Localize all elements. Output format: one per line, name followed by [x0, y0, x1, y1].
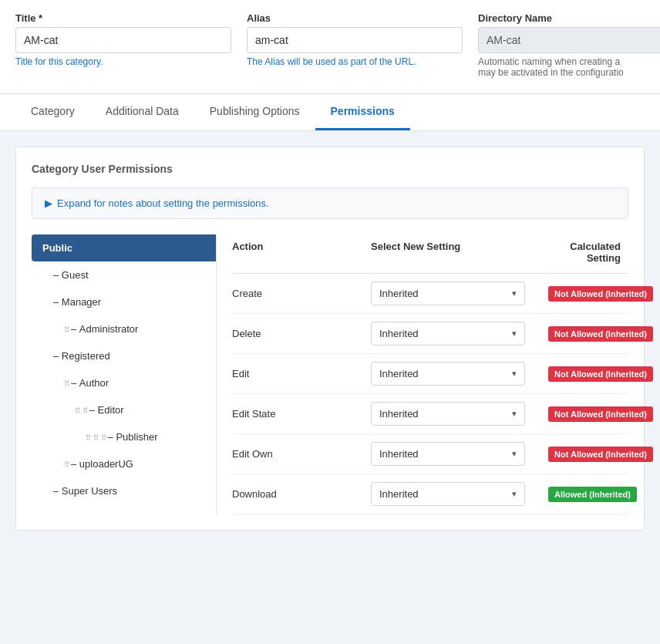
action-label-create: Create	[232, 288, 371, 299]
drag-handle-administrator: ⠿	[64, 325, 69, 334]
chevron-down-icon: ▾	[512, 449, 517, 459]
expand-note[interactable]: ▶ Expand for notes about setting the per…	[32, 187, 628, 219]
table-row: Edit Own Inherited ▾ Not Allowed (Inheri…	[232, 434, 628, 474]
group-item-administrator[interactable]: ⠿– Administrator	[32, 315, 216, 342]
calc-edit-state: Not Allowed (Inherited)	[548, 406, 658, 422]
badge-not-allowed: Not Allowed (Inherited)	[548, 447, 653, 462]
table-row: Create Inherited ▾ Not Allowed (Inherite…	[232, 274, 628, 314]
tabs-bar: Category Additional Data Publishing Opti…	[0, 94, 660, 131]
dropdown-edit-own-value: Inherited	[379, 448, 419, 460]
calc-edit: Not Allowed (Inherited)	[548, 366, 658, 382]
group-item-guest[interactable]: – Guest	[32, 261, 216, 288]
select-delete: Inherited ▾	[371, 322, 548, 346]
action-label-download: Download	[232, 488, 371, 500]
directory-label: Directory Name	[478, 12, 660, 24]
header-select: Select New Setting	[371, 241, 548, 264]
badge-not-allowed: Not Allowed (Inherited)	[548, 366, 653, 382]
expand-note-text: Expand for notes about setting the permi…	[57, 197, 269, 209]
dropdown-delete[interactable]: Inherited ▾	[371, 322, 525, 346]
directory-field-group: Directory Name Automatic naming when cre…	[478, 12, 660, 78]
group-item-publisher[interactable]: ⠿ ⠿ ⠿– Publisher	[32, 423, 216, 450]
expand-icon: ▶	[45, 197, 52, 209]
action-label-edit-state: Edit State	[232, 408, 371, 420]
badge-allowed: Allowed (Inherited)	[548, 487, 637, 502]
tab-additional-data[interactable]: Additional Data	[90, 94, 194, 130]
chevron-down-icon: ▾	[512, 489, 517, 499]
group-item-registered[interactable]: – Registered	[32, 342, 216, 369]
table-row: Download Inherited ▾ Allowed (Inherited)	[232, 474, 628, 514]
permissions-title: Category User Permissions	[32, 163, 628, 175]
select-edit-own: Inherited ▾	[371, 442, 548, 466]
action-label-edit: Edit	[232, 368, 371, 379]
directory-hint: Automatic naming when creating a may be …	[478, 56, 632, 78]
header-calculated: Calculated Setting	[548, 241, 628, 264]
table-row: Edit State Inherited ▾ Not Allowed (Inhe…	[232, 394, 628, 434]
user-groups-panel: Public – Guest – Manager ⠿– Administrato…	[32, 234, 217, 514]
chevron-down-icon: ▾	[512, 329, 517, 339]
table-header: Action Select New Setting Calculated Set…	[232, 234, 628, 274]
action-label-delete: Delete	[232, 328, 371, 339]
action-label-edit-own: Edit Own	[232, 448, 371, 460]
directory-input	[478, 27, 660, 53]
group-item-uploaderUG[interactable]: ⠿– uploaderUG	[32, 450, 216, 477]
group-item-public[interactable]: Public	[32, 234, 216, 261]
tab-publishing-options[interactable]: Publishing Options	[194, 94, 315, 130]
dropdown-download[interactable]: Inherited ▾	[371, 482, 525, 506]
select-download: Inherited ▾	[371, 482, 548, 506]
select-create: Inherited ▾	[371, 282, 548, 305]
permissions-box: Category User Permissions ▶ Expand for n…	[15, 147, 645, 531]
calc-download: Allowed (Inherited)	[548, 487, 641, 502]
permissions-layout: Public – Guest – Manager ⠿– Administrato…	[32, 234, 628, 514]
top-form: Title * Title for this category. Alias T…	[0, 0, 660, 94]
calc-create: Not Allowed (Inherited)	[548, 286, 658, 302]
main-content: Category User Permissions ▶ Expand for n…	[0, 131, 660, 546]
alias-input[interactable]	[247, 27, 463, 53]
dropdown-edit-state-value: Inherited	[379, 408, 419, 420]
tab-permissions[interactable]: Permissions	[315, 94, 410, 130]
header-action: Action	[232, 241, 371, 264]
title-input[interactable]	[15, 27, 231, 53]
title-field-group: Title * Title for this category.	[15, 12, 231, 78]
drag-handle-editor: ⠿ ⠿	[75, 406, 88, 415]
group-item-author[interactable]: ⠿– Author	[32, 369, 216, 396]
title-hint: Title for this category.	[15, 56, 231, 67]
select-edit: Inherited ▾	[371, 362, 548, 386]
table-row: Edit Inherited ▾ Not Allowed (Inherited)	[232, 354, 628, 394]
dropdown-edit-value: Inherited	[379, 368, 419, 379]
alias-label: Alias	[247, 12, 463, 24]
calc-edit-own: Not Allowed (Inherited)	[548, 447, 658, 462]
dropdown-edit-own[interactable]: Inherited ▾	[371, 442, 525, 466]
drag-handle-publisher: ⠿ ⠿ ⠿	[86, 433, 106, 442]
calc-delete: Not Allowed (Inherited)	[548, 326, 658, 342]
chevron-down-icon: ▾	[512, 409, 517, 419]
alias-hint: The Alias will be used as part of the UR…	[247, 56, 463, 67]
alias-field-group: Alias The Alias will be used as part of …	[247, 12, 463, 78]
badge-not-allowed: Not Allowed (Inherited)	[548, 286, 653, 302]
drag-handle-author: ⠿	[64, 379, 69, 388]
group-item-editor[interactable]: ⠿ ⠿– Editor	[32, 396, 216, 423]
group-item-super-users[interactable]: – Super Users	[32, 477, 216, 504]
dropdown-create-value: Inherited	[379, 288, 419, 299]
select-edit-state: Inherited ▾	[371, 402, 548, 426]
dropdown-create[interactable]: Inherited ▾	[371, 282, 525, 305]
drag-handle-uploaderUG: ⠿	[64, 460, 69, 469]
dropdown-edit-state[interactable]: Inherited ▾	[371, 402, 525, 426]
chevron-down-icon: ▾	[512, 369, 517, 379]
dropdown-delete-value: Inherited	[379, 328, 419, 339]
title-label: Title *	[15, 12, 231, 24]
table-row: Delete Inherited ▾ Not Allowed (Inherite…	[232, 314, 628, 354]
chevron-down-icon: ▾	[512, 288, 517, 298]
badge-not-allowed: Not Allowed (Inherited)	[548, 326, 653, 342]
tab-category[interactable]: Category	[15, 94, 90, 130]
group-item-manager[interactable]: – Manager	[32, 288, 216, 315]
dropdown-download-value: Inherited	[379, 488, 419, 500]
badge-not-allowed: Not Allowed (Inherited)	[548, 406, 653, 422]
permissions-table: Action Select New Setting Calculated Set…	[217, 234, 628, 514]
dropdown-edit[interactable]: Inherited ▾	[371, 362, 525, 386]
